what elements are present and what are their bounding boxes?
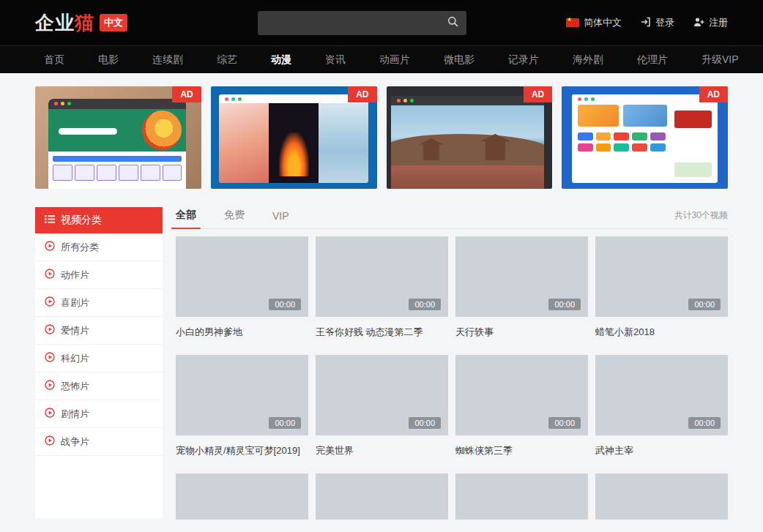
nav-item[interactable]: 首页 [44,53,64,67]
video-thumbnail[interactable]: 00:00 [455,355,588,435]
video-title[interactable]: 小白的男神爹地 [176,326,308,339]
play-circle-icon [45,269,55,281]
video-card[interactable]: 00:00小白的男神爹地 [176,236,308,355]
banner-decor-tile [614,143,629,151]
video-thumbnail-partial[interactable] [455,473,588,520]
video-thumbnail[interactable]: 00:00 [316,355,448,435]
banner-decor-tile [596,143,611,151]
category-label: 剧情片 [61,408,89,421]
play-circle-icon [45,435,55,448]
duration-badge: 00:00 [688,417,721,429]
register-link[interactable]: 注册 [693,16,728,29]
ad-badge: AD [348,86,376,102]
nav-item[interactable]: 升级VIP [701,53,739,67]
sidebar-category-item[interactable]: 科幻片 [35,345,163,372]
nav-item[interactable]: 动画片 [379,53,410,67]
ad-badge: AD [172,86,201,102]
banner-decor-tile [632,143,647,151]
ad-banner[interactable]: AD [211,86,377,189]
video-thumbnail[interactable]: 00:00 [595,355,728,435]
duration-badge: 00:00 [688,299,721,310]
login-link[interactable]: 登录 [641,16,674,29]
video-title[interactable]: 完美世界 [316,444,448,457]
video-thumbnail[interactable]: 00:00 [316,236,448,317]
video-title[interactable]: 蜡笔小新2018 [595,326,728,339]
page: 企业猫 中文 ★ 简体中文 登录 [0,0,763,532]
content-area: 视频分类 所有分类动作片喜剧片爱情片科幻片恐怖片剧情片战争片 全部免费VIP共计… [35,207,728,520]
category-label: 爱情片 [61,324,89,337]
nav-item[interactable]: 资讯 [325,53,346,67]
search-button[interactable] [439,11,466,35]
video-title[interactable]: 天行轶事 [455,326,588,339]
duration-badge: 00:00 [548,417,581,429]
site-logo[interactable]: 企业猫 中文 [35,10,127,36]
ad-banner[interactable]: AD [35,86,201,189]
sidebar-category-item[interactable]: 剧情片 [35,400,163,428]
filter-tab[interactable]: VIP [272,210,289,228]
ad-banner[interactable]: AD [562,86,728,189]
nav-item[interactable]: 综艺 [217,53,237,67]
search-input[interactable] [258,11,466,35]
filter-tab[interactable]: 免费 [224,209,245,228]
play-circle-icon [45,324,55,337]
nav-item[interactable]: 微电影 [444,53,474,67]
ad-badge: AD [524,86,552,102]
video-card[interactable]: 00:00武神主宰 [595,355,728,473]
sidebar-category-item[interactable]: 爱情片 [35,317,163,345]
sidebar-category-item[interactable]: 恐怖片 [35,372,163,400]
video-title[interactable]: 王爷你好贱 动态漫第二季 [316,326,448,339]
category-label: 喜剧片 [61,296,89,310]
banner-artwork [48,99,186,189]
video-card[interactable]: 00:00王爷你好贱 动态漫第二季 [316,236,448,355]
category-list: 所有分类动作片喜剧片爱情片科幻片恐怖片剧情片战争片 [35,233,163,456]
video-card[interactable]: 00:00天行轶事 [455,236,588,355]
video-thumbnail-partial[interactable] [595,473,728,520]
video-card[interactable]: 00:00蜘蛛侠第三季 [455,355,588,473]
flag-icon: ★ [566,18,579,27]
nav-item[interactable]: 连续剧 [152,53,183,67]
video-thumbnail[interactable]: 00:00 [176,236,308,317]
video-card[interactable]: 00:00完美世界 [316,355,448,473]
sidebar-category-item[interactable]: 所有分类 [35,233,163,261]
nav-item[interactable]: 记录片 [508,53,539,67]
nav-item[interactable]: 海外剧 [573,53,603,67]
filter-tab[interactable]: 全部 [176,209,196,228]
register-label: 注册 [709,16,728,29]
banner-decor-tile [596,132,611,141]
ad-banner[interactable]: AD [387,86,553,189]
category-sidebar: 视频分类 所有分类动作片喜剧片爱情片科幻片恐怖片剧情片战争片 [35,207,163,518]
sidebar-category-item[interactable]: 动作片 [35,261,163,289]
video-title[interactable]: 武神主宰 [595,444,728,457]
video-title[interactable]: 宠物小精灵/精灵宝可梦[2019] [176,444,308,457]
video-card[interactable]: 00:00蜡笔小新2018 [595,236,728,355]
sidebar-category-item[interactable]: 喜剧片 [35,289,163,317]
video-title[interactable]: 蜘蛛侠第三季 [455,444,588,457]
logo-text: 企业猫 [35,10,94,36]
nav-item[interactable]: 伦理片 [637,53,668,67]
banner-artwork [219,94,368,182]
login-label: 登录 [655,16,674,29]
play-circle-icon [45,408,55,420]
ad-banner-row: AD AD AD AD [35,86,728,189]
video-thumbnail[interactable]: 00:00 [176,355,308,435]
video-thumbnail-partial[interactable] [316,473,448,520]
banner-decor-tile [632,132,647,141]
video-card[interactable]: 00:00宠物小精灵/精灵宝可梦[2019] [176,355,308,473]
language-label: 简体中文 [584,16,622,29]
video-thumbnail[interactable]: 00:00 [595,236,728,317]
header-actions: ★ 简体中文 登录 注册 [566,16,728,29]
video-thumbnail[interactable]: 00:00 [455,236,588,317]
video-count: 共计30个视频 [674,209,728,228]
play-circle-icon [45,241,55,253]
user-plus-icon [693,17,704,29]
language-switch[interactable]: ★ 简体中文 [566,16,622,29]
nav-item[interactable]: 电影 [98,53,119,67]
video-section: 全部免费VIP共计30个视频 00:00小白的男神爹地00:00王爷你好贱 动态… [176,207,728,520]
video-grid: 00:00小白的男神爹地00:00王爷你好贱 动态漫第二季00:00天行轶事00… [176,236,728,520]
category-label: 战争片 [61,435,89,449]
ad-badge: AD [699,86,728,102]
sidebar-category-item[interactable]: 战争片 [35,428,163,456]
nav-item[interactable]: 动漫 [271,53,291,67]
video-thumbnail-partial[interactable] [176,473,308,520]
duration-badge: 00:00 [269,299,301,310]
